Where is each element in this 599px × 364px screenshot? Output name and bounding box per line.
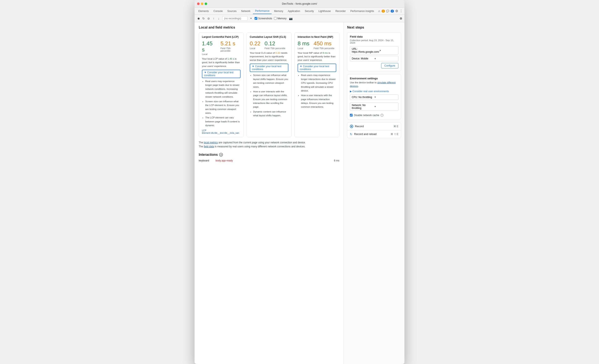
lcp-local-value: 1.45 s xyxy=(202,41,216,53)
record-reload-label: Record and reload xyxy=(354,133,377,136)
inp-title: Interaction to Next Paint (INP) xyxy=(298,36,336,38)
field-data-link[interactable]: field data xyxy=(204,145,214,148)
memory-label: Memory xyxy=(274,17,286,20)
device-dropdown[interactable]: Device: Mobile ▼ xyxy=(350,56,398,61)
memory-checkbox[interactable] xyxy=(274,17,277,20)
capture-icon[interactable]: 📷 xyxy=(289,17,293,20)
upload-icon[interactable]: ↑ xyxy=(212,17,216,20)
cls-title: Cumulative Layout Shift (CLS) xyxy=(250,36,288,38)
lcp-element-value[interactable]: div.tile__text.tile__inria_san xyxy=(211,132,239,134)
lcp-consider-section[interactable]: ▼ Consider your local test conditions xyxy=(202,70,240,78)
interactions-section-title: Interactions ⊘ xyxy=(199,153,339,157)
url-dropdown-value: URL: https://fonts.google.com/ xyxy=(352,47,379,53)
disable-cache-row: Disable network cache ? xyxy=(350,114,398,117)
field-data-section: Field data Collection period: Aug 19, 20… xyxy=(347,32,401,71)
interaction-name: keyboard xyxy=(199,159,216,162)
inp-field-group: 450 ms Field 75th percentile xyxy=(314,41,334,50)
tab-sources[interactable]: Sources xyxy=(225,9,239,14)
tab-security[interactable]: Security xyxy=(303,9,316,14)
lcp-local-label: Local xyxy=(202,53,216,55)
refresh-icon[interactable]: ↻ xyxy=(202,17,205,20)
env-desc: Use the device toolbar to simulate diffe… xyxy=(350,81,398,88)
cls-bullet-list: Screen size can influence what layout sh… xyxy=(250,73,288,117)
interaction-link[interactable]: body.app-ready xyxy=(216,159,233,162)
window-controls xyxy=(197,2,207,5)
main-content: Local and field metrics Largest Contentf… xyxy=(194,22,405,364)
inp-local-value: 8 ms xyxy=(298,41,309,47)
lcp-field-group: 5.21 s Field 75th percentile xyxy=(220,41,240,55)
warning-count: 1 xyxy=(382,10,385,13)
device-dropdown-value: Device: Mobile xyxy=(352,57,374,60)
lcp-local-group: 1.45 s Local xyxy=(202,41,216,55)
tab-recorder[interactable]: Recorder xyxy=(333,9,348,14)
toolbar: ⏺ ↻ ⊘ ↑ ↓ ▼ Screenshots Memory 📷 ⚙ xyxy=(194,15,405,22)
inp-description: Your local INP value of 8 ms is good, bu… xyxy=(298,51,336,62)
close-button[interactable] xyxy=(197,2,200,5)
record-reload-shortcut: ⌘ ⇧ E xyxy=(391,133,398,136)
tab-memory[interactable]: Memory xyxy=(272,9,285,14)
local-metrics-link[interactable]: local metrics xyxy=(204,141,218,144)
configure-button[interactable]: Configure xyxy=(381,63,398,68)
inp-values: 8 ms Local 450 ms Field 75th percentile xyxy=(298,41,336,50)
tab-bar-right: ⚠ 1 💬 2 ⚙ ⋮ xyxy=(378,9,403,13)
recordings-input[interactable] xyxy=(222,16,247,21)
inp-local-group: 8 ms Local xyxy=(298,41,309,50)
record-reload-row[interactable]: ↻ Record and reload ⌘ ⇧ E xyxy=(347,130,401,138)
cls-local-value: 0.22 xyxy=(250,41,260,47)
lcp-bullet-1: Real users may experience longer page lo… xyxy=(205,79,240,99)
cls-field-label: Field 75th percentile xyxy=(265,47,285,50)
tab-application[interactable]: Application xyxy=(286,9,302,14)
consider-real-environments[interactable]: ▶ Consider real user environments xyxy=(350,90,398,93)
cls-values: 0.22 Local 0.12 Field 75th percentile xyxy=(250,41,288,50)
cls-consider-label: ▼ Consider your local test conditions xyxy=(252,65,286,71)
download-icon[interactable]: ↓ xyxy=(217,17,220,20)
inp-consider-section[interactable]: ▼ Consider your local test conditions xyxy=(298,64,336,72)
tab-bar: Elements Console Sources Network Perform… xyxy=(194,8,405,15)
tab-elements[interactable]: Elements xyxy=(196,9,211,14)
cls-description: Your local CLS value of 0.22 needs impro… xyxy=(250,51,288,62)
cls-consider-section[interactable]: ▼ Consider your local test conditions xyxy=(250,64,288,72)
cpu-dropdown[interactable]: CPU: No throttling ▼ xyxy=(350,94,398,100)
tab-lighthouse[interactable]: Lighthouse xyxy=(316,9,333,14)
tab-network[interactable]: Network xyxy=(239,9,253,14)
record-label: Record xyxy=(355,125,364,128)
url-dropdown[interactable]: URL: https://fonts.google.com/ ▼ xyxy=(350,46,398,54)
settings-icon[interactable]: ⚙ xyxy=(395,9,398,13)
record-shortcut: ⌘ E xyxy=(394,125,398,128)
simulate-devices-link[interactable]: simulate different devices xyxy=(350,81,396,87)
network-dropdown-chevron: ▼ xyxy=(374,105,397,108)
network-dropdown[interactable]: Network: No throttling ▼ xyxy=(350,102,398,111)
toolbar-settings-icon[interactable]: ⚙ xyxy=(400,17,402,20)
tab-console[interactable]: Console xyxy=(211,9,225,14)
record-dot-icon[interactable]: ⏺ xyxy=(197,17,200,20)
screenshots-checkbox[interactable] xyxy=(255,17,257,20)
dropdown-arrow-icon[interactable]: ▼ xyxy=(249,17,253,20)
help-icon[interactable]: ? xyxy=(380,114,383,117)
env-section: Environment settings Use the device tool… xyxy=(347,74,401,119)
inp-consider-label: ▼ Consider your local test conditions xyxy=(300,65,334,71)
collection-period: Collection period: Aug 19, 2024 - Sep 15… xyxy=(350,39,398,44)
tab-perf-insights[interactable]: Performance insights xyxy=(348,9,376,14)
more-icon[interactable]: ⋮ xyxy=(399,9,403,13)
maximize-button[interactable] xyxy=(205,2,207,5)
tab-performance[interactable]: Performance xyxy=(253,8,272,14)
field-data-title: Field data xyxy=(350,35,398,38)
inp-local-label: Local xyxy=(298,47,309,50)
network-dropdown-value: Network: No throttling xyxy=(352,104,374,110)
title-bar: DevTools - fonts.google.com/ xyxy=(194,0,405,8)
record-icon-inner xyxy=(351,126,352,127)
cls-local-label: Local xyxy=(250,47,260,50)
lcp-title: Largest Contentful Paint (LCP) xyxy=(202,36,240,38)
inp-bullet-2: How a user interacts with the page influ… xyxy=(301,93,336,109)
disable-cache-label: Disable network cache xyxy=(354,114,379,117)
record-row[interactable]: Record ⌘ E xyxy=(347,123,401,130)
record-icon xyxy=(350,125,353,128)
disable-cache-checkbox[interactable] xyxy=(350,114,352,116)
minimize-button[interactable] xyxy=(201,2,203,5)
toolbar-icons: ⏺ ↻ ⊘ ↑ ↓ xyxy=(197,17,220,20)
device-dropdown-chevron: ▼ xyxy=(374,58,397,60)
env-title: Environment settings xyxy=(350,77,398,80)
cls-field-value: 0.12 xyxy=(265,41,285,47)
inp-field-value: 450 ms xyxy=(314,41,334,47)
cancel-icon[interactable]: ⊘ xyxy=(207,17,211,20)
